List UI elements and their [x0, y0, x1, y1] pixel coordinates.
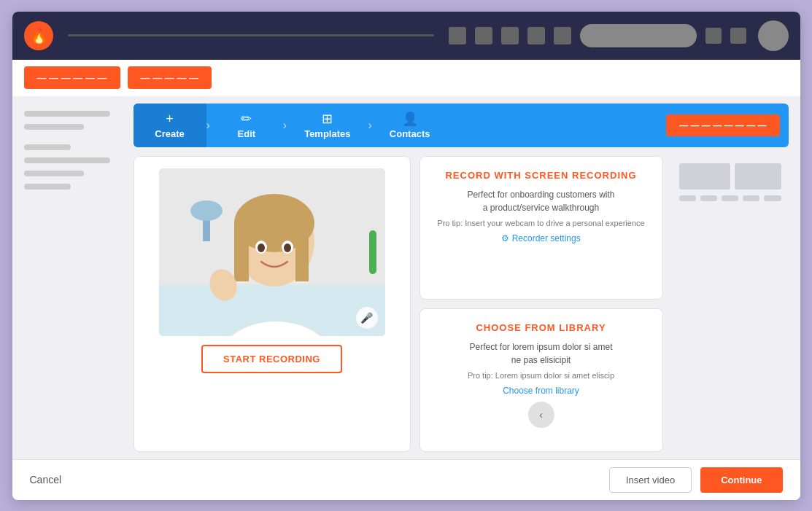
wizard-action-btn[interactable]: — — — — — — — —	[666, 114, 779, 136]
top-nav: 🔥	[12, 12, 800, 60]
svg-point-15	[284, 243, 291, 252]
deco-rect-5	[722, 195, 738, 201]
deco-rect-2	[735, 163, 781, 190]
nav-icon-4[interactable]	[527, 27, 545, 44]
user-avatar[interactable]	[758, 20, 789, 51]
wizard-step-create-label: Create	[155, 128, 184, 139]
deco-rect-6	[743, 195, 759, 201]
toolbar-row: — — — — — — — — — — —	[12, 60, 800, 96]
deco-rect-3	[679, 195, 696, 201]
right-decorations	[672, 156, 789, 452]
library-desc: Perfect for lorem ipsum dolor si amet ne…	[435, 340, 648, 367]
sidebar-line-3	[24, 144, 71, 150]
sidebar-line-2	[24, 124, 85, 130]
library-title: CHOOSE FROM LIBRARY	[435, 322, 648, 333]
wizard-step-create[interactable]: + Create	[134, 104, 206, 147]
sidebar-line-4	[24, 157, 110, 163]
library-protip: Pro tip: Lorem ipsum dolor si amet elisc…	[435, 371, 648, 380]
center-area: + Create › ✏ Edit › ⊞ Templates ›	[122, 96, 800, 459]
webcam-preview: 🎤	[159, 168, 385, 336]
volume-indicator	[369, 230, 376, 274]
svg-point-5	[190, 200, 223, 221]
nav-icon-5[interactable]	[554, 27, 571, 44]
mic-icon: 🎤	[356, 307, 378, 329]
outer-frame: 🔥 — — — — — — — — — — —	[0, 0, 812, 511]
nav-icon-3[interactable]	[501, 27, 519, 44]
deco-row-2	[679, 195, 781, 201]
bottom-bar: Cancel Insert video Continue	[12, 459, 800, 500]
prev-button[interactable]: ‹	[528, 402, 554, 428]
recording-panel: 🎤 START RECORDING	[134, 156, 411, 452]
wizard-step-contacts-label: Contacts	[390, 128, 430, 139]
recorder-settings-link[interactable]: ⚙ Recorder settings	[435, 233, 648, 243]
wizard-step-edit[interactable]: ✏ Edit	[210, 104, 283, 147]
sidebar-line-5	[24, 171, 85, 176]
deco-rect-4	[700, 195, 717, 201]
start-recording-button[interactable]: START RECORDING	[201, 345, 342, 373]
person-illustration	[159, 168, 385, 336]
screen-recording-desc: Perfect for onboarding customers with a …	[435, 188, 648, 214]
library-card: CHOOSE FROM LIBRARY Perfect for lorem ip…	[419, 308, 663, 452]
screen-recording-protip: Pro tip: Insert your webcam to drive a p…	[435, 219, 648, 227]
wizard-step-templates-label: Templates	[304, 128, 350, 139]
svg-point-14	[258, 243, 265, 252]
continue-button[interactable]: Continue	[700, 467, 782, 493]
wizard-steps-bar: + Create › ✏ Edit › ⊞ Templates ›	[134, 104, 789, 147]
bottom-actions: Insert video Continue	[609, 467, 783, 493]
templates-icon: ⊞	[322, 111, 333, 127]
wizard-step-templates[interactable]: ⊞ Templates	[287, 104, 368, 147]
deco-rect-1	[679, 163, 730, 190]
svg-text:🔥: 🔥	[29, 27, 47, 44]
screen-recording-title: RECORD WITH SCREEN RECORDING	[435, 170, 648, 181]
contacts-icon: 👤	[402, 111, 418, 127]
options-panel: RECORD WITH SCREEN RECORDING Perfect for…	[419, 156, 663, 452]
content-panel: 🎤 START RECORDING RECORD WITH SCREEN REC…	[134, 156, 789, 452]
deco-row-1	[679, 163, 781, 190]
nav-search-box[interactable]	[580, 24, 697, 47]
nav-right-icon-1[interactable]	[705, 28, 722, 44]
sidebar	[12, 96, 122, 459]
nav-icon-2[interactable]	[475, 27, 492, 44]
nav-menu-line	[68, 34, 434, 36]
volume-bar	[369, 230, 376, 274]
cancel-button[interactable]: Cancel	[30, 474, 62, 485]
sidebar-line-6	[24, 184, 71, 190]
deco-rect-7	[764, 195, 781, 201]
svg-rect-11	[295, 223, 309, 281]
svg-rect-10	[234, 223, 249, 281]
wizard-step-contacts[interactable]: 👤 Contacts	[372, 104, 448, 147]
create-icon: +	[166, 112, 174, 127]
sidebar-line-1	[24, 111, 110, 117]
nav-icon-1[interactable]	[449, 27, 466, 44]
sidebar-group-2	[24, 144, 110, 190]
app-logo[interactable]: 🔥	[24, 21, 53, 50]
screen-recording-card: RECORD WITH SCREEN RECORDING Perfect for…	[419, 156, 663, 300]
app-window: 🔥 — — — — — — — — — — —	[12, 12, 800, 500]
toolbar-btn-1[interactable]: — — — — — —	[24, 66, 120, 89]
wizard-step-edit-label: Edit	[238, 128, 256, 139]
edit-icon: ✏	[241, 111, 252, 127]
gear-icon: ⚙	[501, 233, 509, 243]
insert-video-button[interactable]: Insert video	[609, 467, 692, 493]
choose-from-library-link[interactable]: Choose from library	[435, 386, 648, 396]
toolbar-btn-2[interactable]: — — — — —	[128, 66, 212, 89]
nav-right-icon-2[interactable]	[730, 28, 746, 44]
sidebar-group-1	[24, 111, 110, 130]
main-content: + Create › ✏ Edit › ⊞ Templates ›	[12, 96, 800, 459]
